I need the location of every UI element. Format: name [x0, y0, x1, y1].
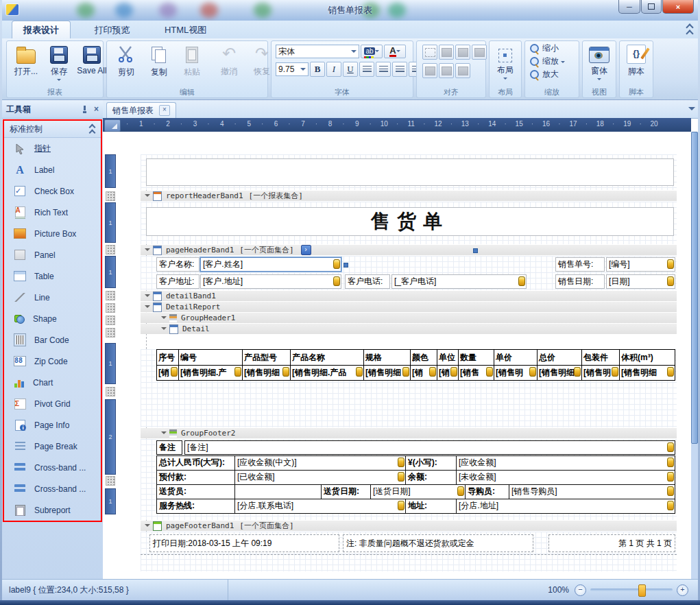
toolbox-item-pageinfo[interactable]: Page Info [4, 414, 101, 436]
toolbox-item-shape[interactable]: Shape [4, 308, 101, 329]
align-lefts-button[interactable] [439, 45, 454, 60]
data-cell[interactable]: [销 [437, 366, 459, 380]
zoom-slider[interactable] [590, 589, 673, 591]
align-rights-button[interactable] [472, 45, 487, 60]
align-middles-button[interactable] [439, 63, 454, 78]
total-cn-field[interactable]: [应收金额(中文)] [234, 455, 406, 471]
band-group-footer[interactable]: GroupFooter2 [141, 428, 677, 438]
zoom-slider-thumb[interactable] [638, 584, 646, 597]
guide-label[interactable]: 导购员: [465, 484, 509, 499]
deliverer-label[interactable]: 送货员: [156, 484, 235, 499]
collapse-triangle-icon[interactable] [161, 327, 167, 333]
toolbox-section-header[interactable]: 标准控制 [4, 121, 101, 138]
note-label[interactable]: 注: 非质量问题概不退还货款或定金 [343, 534, 533, 552]
toolbox-item-subreport[interactable]: Subreport [4, 499, 101, 521]
open-button[interactable]: 打开... [10, 43, 43, 79]
paste-button[interactable]: 粘贴 [176, 43, 208, 80]
collapse-triangle-icon[interactable] [161, 316, 167, 322]
toolbox-item-panel[interactable]: Panel [4, 244, 101, 265]
order-no-field[interactable]: [编号] [606, 257, 675, 272]
band-grip[interactable] [106, 328, 115, 337]
toolbox-item-picturebox[interactable]: Picture Box [4, 223, 101, 244]
zoom-out-button[interactable]: 缩小 [528, 42, 561, 55]
data-cell[interactable]: [销 [157, 366, 179, 380]
band-report-header[interactable]: reportHeaderBand1 [一个报表集合] [141, 191, 677, 201]
sale-date-field[interactable]: [日期] [606, 274, 675, 289]
col-header[interactable]: 产品名称 [291, 350, 364, 365]
pin-icon[interactable] [80, 105, 88, 113]
font-size-combo[interactable]: 9.75 [276, 62, 309, 76]
report-title-label[interactable]: 售货单 [146, 207, 674, 236]
col-header[interactable]: 产品型号 [243, 350, 291, 365]
tab-html-view[interactable]: HTML视图 [154, 21, 217, 40]
col-header[interactable]: 单位 [437, 350, 459, 365]
data-cell[interactable]: [销售明 [494, 366, 538, 380]
data-cell[interactable]: [销售明细 [538, 366, 582, 380]
align-centers-button[interactable] [455, 45, 470, 60]
band-grip[interactable] [106, 191, 115, 201]
zoom-in-icon[interactable]: + [677, 584, 688, 596]
collapse-triangle-icon[interactable] [145, 248, 150, 254]
form-view-button[interactable]: 窗体 [583, 43, 616, 84]
undo-button[interactable]: ↶ 撤消 [213, 43, 245, 79]
page-number-label[interactable]: 第 1 页 共 1 页 [548, 534, 675, 552]
print-date-label[interactable]: 打印日期:2018-03-15 上午 09:19 [149, 534, 339, 552]
remark-field[interactable]: [备注] [184, 440, 675, 455]
bold-button[interactable]: B [310, 62, 325, 77]
toolbox-item-zipcode[interactable]: 88Zip Code [4, 351, 101, 372]
prepaid-label[interactable]: 预付款: [156, 470, 235, 485]
balance-label[interactable]: 余额: [405, 470, 457, 485]
collapse-triangle-icon[interactable] [145, 294, 150, 300]
highlight-color-button[interactable]: ab [361, 45, 383, 58]
tab-list-dropdown-icon[interactable] [688, 107, 695, 114]
customer-addr-field[interactable]: [客户.地址] [200, 274, 341, 289]
align-right-button[interactable] [392, 62, 407, 77]
collapse-triangle-icon[interactable] [145, 194, 150, 200]
data-cell[interactable]: [销售明细 [364, 366, 411, 380]
italic-button[interactable]: I [326, 62, 341, 77]
order-no-label[interactable]: 销售单号: [555, 257, 605, 272]
col-header[interactable]: 序号 [157, 350, 179, 365]
band-group-header[interactable]: GroupHeader1 [141, 313, 677, 323]
font-color-button[interactable]: BA [384, 45, 406, 58]
zoom-combo-button[interactable]: 缩放 [528, 55, 567, 68]
ribbon-collapse-icon[interactable] [686, 27, 694, 34]
scrollbar-thumb[interactable] [691, 132, 698, 444]
band-page-footer[interactable]: pageFooterBand1 [一个页面集合] [141, 521, 677, 531]
balance-field[interactable]: [未收金额] [456, 470, 675, 485]
align-center-button[interactable] [376, 62, 391, 77]
guide-field[interactable]: [销售导购员] [509, 484, 675, 499]
toolbox-item-crossband-line[interactable]: Cross-band ... [4, 457, 101, 478]
data-cell[interactable]: [销售明细.产品 [291, 366, 364, 380]
data-cell[interactable]: [销售 [459, 366, 494, 380]
toolbox-item-label[interactable]: ALabel [4, 159, 101, 180]
band-detail-inner[interactable]: Detail [141, 324, 677, 334]
toolbox-item-table[interactable]: Table [4, 265, 101, 287]
script-button[interactable]: {} 脚本 [620, 43, 653, 79]
total-num-field[interactable]: [应收金额] [456, 455, 675, 471]
toolbox-item-checkbox[interactable]: ✓Check Box [4, 180, 101, 202]
align-left-button[interactable] [359, 62, 374, 77]
col-header[interactable]: 总价 [538, 350, 582, 365]
toolbox-close-icon[interactable]: × [94, 104, 99, 114]
col-header[interactable]: 规格 [364, 350, 411, 365]
band-grip[interactable] [106, 316, 115, 325]
customer-name-label[interactable]: 客户名称: [156, 257, 200, 272]
maximize-button[interactable] [641, 0, 662, 14]
ruler-origin-button[interactable] [104, 119, 121, 132]
total-num-label[interactable]: ¥(小写): [405, 455, 457, 471]
toolbox-item-pointer[interactable]: 指针 [4, 138, 101, 159]
document-tab-close-icon[interactable]: × [159, 105, 170, 116]
col-header[interactable]: 包装件 [582, 350, 620, 365]
copy-button[interactable]: 复制 [143, 43, 176, 80]
vertical-scrollbar[interactable] [691, 132, 698, 580]
total-cn-label[interactable]: 总计人民币(大写): [156, 455, 235, 471]
band-grip[interactable] [106, 476, 115, 486]
toolbox-item-pivotgrid[interactable]: ΣPivot Grid [4, 393, 101, 414]
toolbox-item-pagebreak[interactable]: Page Break [4, 436, 101, 457]
toolbox-item-line[interactable]: Line [4, 287, 101, 308]
document-tab[interactable]: 销售单报表 × [106, 102, 176, 118]
toolbox-item-chart[interactable]: Chart [4, 372, 101, 393]
selection-handle[interactable] [343, 263, 348, 268]
remark-label[interactable]: 备注 [156, 440, 182, 455]
